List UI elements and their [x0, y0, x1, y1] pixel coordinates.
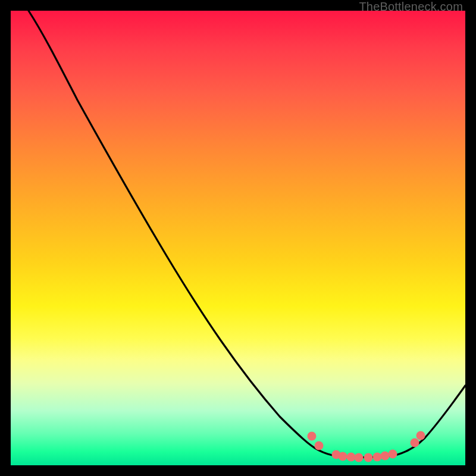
bottleneck-curve — [29, 11, 465, 458]
marker — [355, 453, 364, 462]
chart-svg — [0, 0, 476, 476]
marker — [416, 431, 425, 440]
data-markers — [308, 431, 425, 462]
marker — [308, 432, 317, 441]
marker — [411, 439, 419, 447]
marker — [389, 450, 397, 459]
marker — [347, 453, 356, 462]
marker — [315, 441, 324, 450]
marker — [364, 453, 373, 462]
chart-container: TheBottleneck.com — [0, 0, 476, 476]
marker — [381, 452, 390, 461]
marker — [373, 453, 382, 462]
marker — [339, 452, 347, 461]
